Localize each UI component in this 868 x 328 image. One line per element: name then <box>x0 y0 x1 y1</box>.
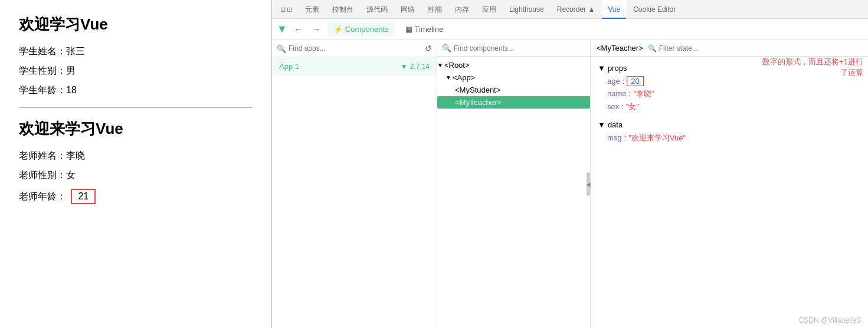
prop-sex-colon: : <box>621 102 624 111</box>
back-button[interactable]: ← <box>292 24 305 35</box>
tab-lighthouse[interactable]: Lighthouse <box>503 0 550 19</box>
tab-application[interactable]: 应用 <box>476 0 502 19</box>
tree-item-myteacher[interactable]: <MyTeacher> <box>437 96 590 109</box>
teacher-name: 老师姓名：李晓 <box>19 150 252 162</box>
state-body: 数字的形式，而且还将+1进行了运算 ▼ props age : 20 name … <box>591 57 868 328</box>
component-tree: ▼ <Root> ▼ <App> <MyStudent> <MyTeacher> <box>437 57 590 328</box>
teacher-age-row: 老师年龄： 21 <box>19 189 252 204</box>
devtools-tab-bar: ⊡⊡ 元素 控制台 源代码 网络 性能 内存 应用 Lighthouse Rec… <box>272 0 868 19</box>
watermark: CSDN @VillanelleS <box>799 316 861 324</box>
tree-label-mystudent: <MyStudent> <box>455 86 500 94</box>
data-arrow: ▼ <box>598 120 605 129</box>
components-search-icon: 🔍 <box>442 44 451 53</box>
student-sex: 学生性别：男 <box>19 65 252 77</box>
app-name: App 1 <box>279 62 299 71</box>
tree-item-app[interactable]: ▼ <App> <box>437 71 590 84</box>
filter-search-area: 🔍 <box>648 44 862 53</box>
resize-handle[interactable]: ◀ <box>587 172 590 196</box>
prop-age-value: 20 <box>627 76 643 86</box>
student-age: 学生年龄：18 <box>19 84 252 97</box>
components-column: 🔍 ▼ <Root> ▼ <App> <MyStudent> <box>437 40 591 328</box>
apps-search-input[interactable] <box>289 44 422 53</box>
tab-memory[interactable]: 内存 <box>449 0 475 19</box>
devtools-panel: ⊡⊡ 元素 控制台 源代码 网络 性能 内存 应用 Lighthouse Rec… <box>271 0 868 328</box>
apps-search-icon: 🔍 <box>277 44 286 53</box>
data-msg-row: msg : "欢迎来学习Vue" <box>598 133 861 143</box>
components-search-input[interactable] <box>454 44 585 53</box>
section1-title: 欢迎学习Vue <box>19 14 252 35</box>
tab-cookie[interactable]: Cookie Editor <box>627 0 682 19</box>
prop-sex-value: "女" <box>626 101 639 112</box>
filter-search-icon: 🔍 <box>648 44 657 53</box>
tree-arrow-root: ▼ <box>437 62 443 68</box>
vue-toolbar: ▼ ← → ⚡ Components ▦ Timeline <box>272 19 868 40</box>
components-search-bar: 🔍 <box>437 40 590 57</box>
tab-icons[interactable]: ⊡⊡ <box>274 0 298 19</box>
app-version: ▼ 2.7.14 <box>401 63 430 71</box>
forward-button[interactable]: → <box>310 24 323 35</box>
tab-console[interactable]: 控制台 <box>326 0 359 19</box>
timeline-icon: ▦ <box>405 25 412 34</box>
tab-sources[interactable]: 源代码 <box>361 0 394 19</box>
vue-logo-icon: ▼ <box>277 23 287 35</box>
prop-name-row: name : "李晓" <box>598 88 861 99</box>
apps-column: 🔍 ↺ App 1 ▼ 2.7.14 <box>272 40 437 328</box>
resize-icon: ◀ <box>586 181 591 188</box>
tree-label-myteacher: <MyTeacher> <box>455 98 502 107</box>
prop-age-key: age <box>607 77 620 86</box>
devtools-body: 🔍 ↺ App 1 ▼ 2.7.14 🔍 ▼ <box>272 40 868 328</box>
tab-elements[interactable]: 元素 <box>299 0 325 19</box>
prop-name-value: "李晓" <box>633 88 654 99</box>
prop-sex-row: sex : "女" <box>598 101 861 112</box>
data-msg-key: msg <box>607 133 622 142</box>
state-column: <MyTeacher> 🔍 数字的形式，而且还将+1进行了运算 ▼ props <box>591 40 868 328</box>
tab-network[interactable]: 网络 <box>395 0 421 19</box>
section-divider <box>19 107 252 108</box>
data-msg-colon: : <box>624 133 627 142</box>
vue-v-icon: ▼ <box>401 63 408 71</box>
tab-vue[interactable]: Vue <box>602 0 626 19</box>
teacher-age-prefix: 老师年龄： <box>19 191 66 201</box>
apps-search-bar: 🔍 ↺ <box>272 40 437 57</box>
state-header: <MyTeacher> 🔍 <box>591 40 868 57</box>
tab-recorder[interactable]: Recorder ▲ <box>551 0 601 19</box>
annotation-label: 数字的形式，而且还将+1进行了运算 <box>762 57 863 78</box>
tree-item-root[interactable]: ▼ <Root> <box>437 59 590 71</box>
teacher-age-value: 21 <box>71 189 96 204</box>
section2-title: 欢迎来学习Vue <box>19 119 252 139</box>
teacher-sex: 老师性别：女 <box>19 169 252 182</box>
data-msg-value: "欢迎来学习Vue" <box>628 133 686 143</box>
timeline-tab-button[interactable]: ▦ Timeline <box>399 22 450 36</box>
tree-label-root: <Root> <box>444 61 470 70</box>
data-section-label: ▼ data <box>598 120 861 129</box>
prop-name-colon: : <box>629 89 631 98</box>
tree-arrow-app: ▼ <box>446 74 451 81</box>
components-tab-button[interactable]: ⚡ Components <box>327 22 395 36</box>
student-name: 学生姓名：张三 <box>19 45 252 58</box>
tab-performance[interactable]: 性能 <box>422 0 448 19</box>
prop-name-key: name <box>607 89 627 98</box>
tree-item-mystudent[interactable]: <MyStudent> <box>437 84 590 96</box>
tree-label-app: <App> <box>453 73 475 82</box>
selected-component-tag: <MyTeacher> <box>597 44 643 53</box>
components-icon: ⚡ <box>333 25 343 34</box>
app-list-item[interactable]: App 1 ▼ 2.7.14 <box>272 57 437 76</box>
left-panel: 欢迎学习Vue 学生姓名：张三 学生性别：男 学生年龄：18 欢迎来学习Vue … <box>0 0 271 328</box>
props-arrow: ▼ <box>598 64 605 73</box>
filter-state-input[interactable] <box>659 44 748 53</box>
prop-sex-key: sex <box>607 102 619 111</box>
prop-age-colon: : <box>623 77 625 86</box>
refresh-button[interactable]: ↺ <box>425 44 432 53</box>
